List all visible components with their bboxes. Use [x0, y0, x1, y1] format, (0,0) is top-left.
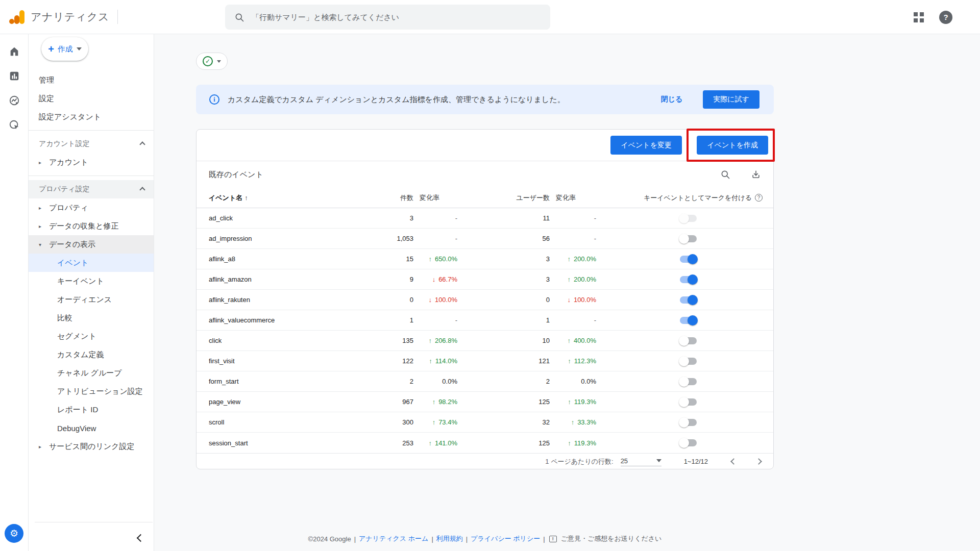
events-card: イベントを変更 イベントを作成 既存のイベント イベント名 ↑ 件数 変化率 ユ… — [196, 129, 774, 469]
analytics-logo[interactable]: アナリティクス — [0, 10, 118, 24]
key-event-toggle[interactable] — [679, 234, 698, 244]
users-change-cell: ↑200.0% — [550, 255, 596, 263]
admin-gear-icon[interactable]: ⚙ — [5, 524, 23, 543]
previous-page-icon[interactable] — [730, 458, 737, 465]
footer-link-analytics-home[interactable]: アナリティクス ホーム — [359, 534, 428, 543]
sidebar-item-data-display[interactable]: ▾データの表示 — [29, 235, 154, 254]
key-event-toggle[interactable] — [679, 213, 698, 223]
create-button[interactable]: + 作成 — [41, 37, 88, 61]
sidebar-item-label: セグメント — [57, 332, 96, 341]
users-change-cell: ↑200.0% — [550, 276, 596, 283]
plus-icon: + — [48, 44, 54, 54]
event-count-cell: 0 — [365, 296, 413, 304]
modify-event-button[interactable]: イベントを変更 — [610, 136, 682, 155]
sidebar-item-account[interactable]: ▸アカウント — [29, 153, 154, 171]
count-change-cell: ↑98.2% — [413, 398, 457, 406]
banner-try-button[interactable]: 実際に試す — [703, 90, 760, 109]
help-tooltip-icon[interactable]: ? — [755, 194, 763, 202]
event-name-cell: session_start — [209, 439, 365, 447]
explore-icon[interactable] — [8, 94, 20, 107]
sidebar-item-setup-assistant[interactable]: 設定アシスタント — [29, 108, 154, 126]
feedback-text[interactable]: ご意見・ご感想をお送りください — [561, 534, 662, 543]
footer-link-terms[interactable]: 利用規約 — [436, 534, 463, 543]
next-page-icon[interactable] — [755, 458, 762, 465]
sidebar-item-comparisons[interactable]: 比較 — [29, 309, 154, 327]
sort-asc-icon: ↑ — [244, 194, 248, 202]
advertising-icon[interactable] — [8, 119, 20, 131]
search-input[interactable] — [252, 13, 541, 21]
reports-icon[interactable] — [8, 70, 20, 82]
count-change-cell: ↓100.0% — [413, 296, 457, 304]
sidebar-item-product-links[interactable]: ▸サービス間のリンク設定 — [29, 437, 154, 456]
sidebar-item-channel-groups[interactable]: チャネル グループ — [29, 364, 154, 382]
arrow-up-icon: ↑ — [568, 439, 571, 447]
sidebar-item-key-events[interactable]: キーイベント — [29, 272, 154, 290]
sidebar-item-attribution-settings[interactable]: アトリビューション設定 — [29, 382, 154, 400]
sidebar-item-data-collection[interactable]: ▸データの収集と修正 — [29, 217, 154, 235]
pagination-bar: 1 ページあたりの行数: 25 1~12/12 — [197, 453, 773, 469]
sidebar-item-reporting-id[interactable]: レポート ID — [29, 400, 154, 419]
users-change-cell: - — [550, 235, 596, 242]
event-count-cell: 1,053 — [365, 235, 413, 242]
table-row: aflink_valuecommerce 1 - 1 - — [197, 310, 773, 331]
rows-per-page-select[interactable]: 25 — [621, 457, 662, 466]
table-search-icon[interactable] — [720, 169, 730, 180]
sidebar-item-admin[interactable]: 管理 — [29, 71, 154, 89]
key-event-toggle[interactable] — [679, 254, 698, 264]
event-users-cell: 32 — [457, 418, 550, 426]
event-users-cell: 2 — [457, 378, 550, 385]
arrow-up-icon: ↑ — [428, 439, 432, 447]
sidebar-section-account-settings[interactable]: アカウント設定 — [29, 135, 154, 153]
key-event-toggle[interactable] — [679, 274, 698, 285]
sidebar-item-custom-definitions[interactable]: カスタム定義 — [29, 345, 154, 364]
key-event-toggle[interactable] — [679, 336, 698, 346]
key-event-toggle[interactable] — [679, 397, 698, 407]
event-users-cell: 0 — [457, 296, 550, 304]
home-icon[interactable] — [8, 45, 20, 58]
help-icon[interactable]: ? — [939, 11, 952, 24]
event-count-cell: 9 — [365, 276, 413, 283]
sidebar-item-segments[interactable]: セグメント — [29, 327, 154, 345]
count-change-cell: ↑114.0% — [413, 357, 457, 365]
arrow-down-icon: ↓ — [432, 276, 436, 283]
key-event-toggle[interactable] — [679, 315, 698, 325]
page-range-label: 1~12/12 — [684, 458, 708, 465]
users-change-cell: ↑33.3% — [550, 418, 596, 426]
event-name-cell: form_start — [209, 378, 365, 385]
sidebar-item-property[interactable]: ▸プロパティ — [29, 198, 154, 217]
users-change-cell: ↑400.0% — [550, 337, 596, 344]
key-event-toggle[interactable] — [679, 295, 698, 305]
event-count-cell: 967 — [365, 398, 413, 406]
collapse-sidebar-icon[interactable] — [137, 534, 145, 542]
event-name-cell: aflink_a8 — [209, 255, 365, 263]
event-name-cell: ad_click — [209, 214, 365, 222]
sidebar-item-debugview[interactable]: DebugView — [29, 419, 154, 437]
count-change-cell: ↑650.0% — [413, 255, 457, 263]
footer-link-privacy[interactable]: プライバシー ポリシー — [471, 534, 540, 543]
table-row: aflink_rakuten 0 ↓100.0% 0 ↓100.0% — [197, 290, 773, 310]
arrow-up-icon: ↑ — [571, 418, 575, 426]
download-icon[interactable] — [751, 169, 761, 180]
sidebar-section-property-settings[interactable]: プロパティ設定 — [29, 180, 154, 198]
chevron-up-icon — [139, 141, 145, 147]
global-search[interactable] — [225, 5, 550, 30]
status-filter-pill[interactable]: ✓ — [196, 53, 228, 70]
sidebar-item-settings[interactable]: 設定 — [29, 89, 154, 108]
sidebar-divider — [29, 130, 154, 131]
key-event-toggle[interactable] — [679, 377, 698, 387]
event-name-cell: click — [209, 337, 365, 344]
admin-sidebar: + 作成 管理設定設定アシスタントアカウント設定▸アカウントプロパティ設定▸プロ… — [29, 34, 154, 551]
key-event-toggle[interactable] — [679, 417, 698, 428]
nav-rail: ⚙ — [0, 34, 29, 551]
sidebar-item-events[interactable]: イベント — [29, 254, 154, 272]
key-event-toggle[interactable] — [679, 356, 698, 366]
count-change-cell: ↑206.8% — [413, 337, 457, 344]
sidebar-item-audiences[interactable]: オーディエンス — [29, 290, 154, 309]
apps-grid-icon[interactable] — [914, 12, 924, 22]
sidebar-item-label: イベント — [57, 258, 88, 268]
create-event-button[interactable]: イベントを作成 — [697, 136, 768, 155]
banner-dismiss-button[interactable]: 閉じる — [661, 95, 683, 104]
key-event-toggle[interactable] — [679, 438, 698, 448]
sidebar-item-label: DebugView — [57, 424, 96, 433]
column-event-name[interactable]: イベント名 ↑ — [209, 193, 365, 203]
